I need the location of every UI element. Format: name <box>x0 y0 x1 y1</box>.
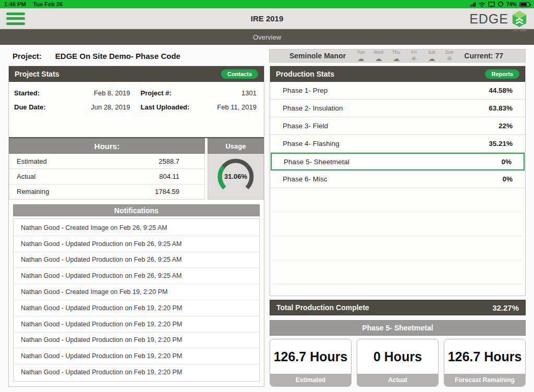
list-item[interactable]: Nathan Good - Updated Production on Feb … <box>14 300 259 316</box>
due-date-label: Due Date: <box>14 103 46 111</box>
production-stats-panel: Production Stats Reports Phase 1- Prep 4… <box>270 66 526 296</box>
cell-signal-icon <box>470 2 476 7</box>
empty-phase-row <box>272 260 523 284</box>
table-row: Actual 804.11 <box>9 169 204 184</box>
phase-row[interactable]: Phase 3- Field 22% <box>270 117 525 135</box>
forecast-day: Tue ☁ <box>354 50 367 62</box>
app-logo: EDGE on site <box>469 10 528 28</box>
phase-row[interactable]: Phase 4- Flashing 35.21% <box>270 135 525 153</box>
forecast-day: Wed ☁ <box>372 50 385 62</box>
usage-percent: 31.06% <box>224 172 247 180</box>
started-value: Feb 8, 2019 <box>94 89 130 97</box>
page: { "status_bar": { "time": "1:46 PM", "da… <box>0 0 534 392</box>
nav-bar: IRE 2019 EDGE on site <box>0 8 534 29</box>
edge-cube-icon <box>511 10 528 28</box>
selected-phase-title: Phase 5- Sheetmetal <box>270 320 526 336</box>
empty-phase-row <box>272 212 523 236</box>
notifications-header: Notifications <box>13 204 260 216</box>
project-line: Project: EDGE On Site Demo- Phase Code <box>8 49 264 63</box>
total-production-label: Total Production Complete <box>276 303 369 312</box>
started-label: Started: <box>14 89 40 97</box>
hours-section: Hours: Estimated 2588.7 Actual 804.11 <box>9 137 264 200</box>
weather-location: Seminole Manor <box>289 52 346 60</box>
table-row: Remaining 1784.59 <box>9 185 204 199</box>
list-item[interactable]: Nathan Good - Updated Production on Feb … <box>14 252 259 268</box>
forecast-day: Sat ☁ <box>425 50 438 62</box>
total-production-bar: Total Production Complete 32.27% <box>270 300 526 315</box>
status-date: Tue Feb 26 <box>33 1 63 7</box>
phase-detail-boxes: 126.7 Hours Estimated 0 Hours Actual 126… <box>270 339 526 387</box>
list-item[interactable]: Nathan Good - Updated Production on Feb … <box>14 348 259 364</box>
forecast-day: Sun ☼ <box>443 50 456 62</box>
list-item[interactable]: Nathan Good - Updated Production on Feb … <box>14 268 259 284</box>
logo-subtext: on site <box>513 27 527 32</box>
current-temperature: Current: 77 <box>464 52 503 60</box>
content: Project: EDGE On Site Demo- Phase Code S… <box>0 45 534 392</box>
list-item[interactable]: Nathan Good - Updated Production on Feb … <box>14 364 259 380</box>
overview-bar: Overview <box>0 29 534 45</box>
project-name: EDGE On Site Demo- Phase Code <box>55 52 180 60</box>
forecast-remaining-box: 126.7 Hours Forecast Remaining <box>444 339 526 387</box>
list-item[interactable]: Nathan Good - Updated Production on Feb … <box>14 236 259 252</box>
forecast-day: Fri ☼ <box>407 50 420 62</box>
actual-hours-box: 0 Hours Actual <box>357 339 439 387</box>
project-label: Project: <box>13 52 42 60</box>
sun-icon: ☼ <box>443 55 456 62</box>
reports-button[interactable]: Reports <box>485 69 519 79</box>
project-number-label: Project #: <box>141 89 172 97</box>
rain-cloud-icon: ☁ <box>390 55 403 62</box>
list-item[interactable]: Nathan Good - Created Image on Feb 19, 2… <box>14 284 259 300</box>
cloud-icon: ☁ <box>354 55 367 62</box>
last-uploaded-value: Feb 11, 2019 <box>217 103 257 111</box>
notifications-list: Nathan Good - Created Image on Feb 26, 9… <box>13 218 260 382</box>
project-stats-grid: Started: Feb 8, 2019 Project #: 1301 Due… <box>9 82 264 114</box>
list-item[interactable]: Nathan Good - Updated Production on Feb … <box>14 316 259 333</box>
usage-gauge: 31.06% <box>208 154 264 200</box>
logo-text: EDGE <box>469 13 508 24</box>
list-item[interactable]: Nathan Good - Updated Production on Feb … <box>14 333 259 349</box>
cloud-icon: ☁ <box>425 55 438 62</box>
phase-row[interactable]: Phase 6- Misc 0% <box>270 170 525 188</box>
status-bar: 1:46 PM Tue Feb 26 74% <box>0 0 534 8</box>
estimated-hours-box: 126.7 Hours Estimated <box>270 339 351 387</box>
due-date-value: Jun 28, 2019 <box>91 103 130 111</box>
last-uploaded-label: Last Uploaded: <box>141 103 190 111</box>
status-time: 1:46 PM <box>4 1 26 7</box>
list-item[interactable]: Nathan Good - Created Image on Feb 26, 9… <box>14 220 259 236</box>
empty-phase-row <box>272 236 523 260</box>
sun-icon: ☼ <box>407 55 420 62</box>
wifi-icon <box>478 2 486 7</box>
battery-percent: 74% <box>506 2 517 7</box>
hours-header: Hours: <box>9 138 205 154</box>
page-title: IRE 2019 <box>0 14 534 23</box>
project-stats-header: Project Stats Contacts <box>9 66 264 82</box>
battery-icon <box>519 2 530 7</box>
screen-mirroring-icon <box>488 2 495 7</box>
contacts-button[interactable]: Contacts <box>221 69 258 79</box>
project-number-value: 1301 <box>241 89 257 97</box>
phase-row[interactable]: Phase 2- Insulation 63.83% <box>270 100 525 117</box>
table-row: Estimated 2588.7 <box>9 154 204 169</box>
empty-phase-row <box>272 188 523 212</box>
phase-row-selected[interactable]: Phase 5- Sheetmetal 0% <box>271 153 525 170</box>
cloud-icon: ☁ <box>372 55 385 62</box>
usage-header: Usage <box>208 138 264 154</box>
forecast-day: Thu ☁ <box>390 50 403 62</box>
hours-table: Estimated 2588.7 Actual 804.11 Remaining… <box>9 154 205 200</box>
total-production-percent: 32.27% <box>492 303 519 312</box>
phase-row[interactable]: Phase 1- Prep 44.58% <box>270 82 525 100</box>
weather-forecast: Tue ☁ Wed ☁ Thu ☁ Fri ☼ Sat ☁ <box>346 50 464 62</box>
production-stats-header: Production Stats Reports <box>270 66 525 82</box>
project-stats-panel: Project Stats Contacts Started: Feb 8, 2… <box>8 66 264 387</box>
orientation-lock-icon <box>497 1 504 7</box>
weather-widget: Seminole Manor Tue ☁ Wed ☁ Thu ☁ Fri ☼ <box>269 49 526 63</box>
